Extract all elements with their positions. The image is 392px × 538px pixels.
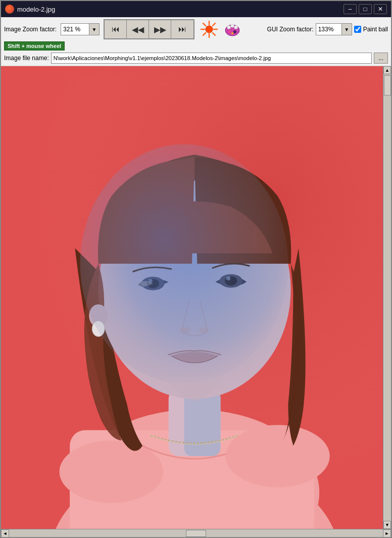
svg-point-12 — [234, 26, 238, 29]
scroll-up-button[interactable]: ▲ — [383, 66, 391, 74]
gui-zoom-input[interactable] — [316, 24, 341, 35]
image-zoom-input[interactable] — [61, 24, 89, 35]
close-button[interactable]: ✕ — [374, 4, 387, 14]
svg-point-40 — [80, 144, 288, 383]
main-window: modelo-2.jpg – □ ✕ Image Zoom factor: ▼ … — [0, 0, 392, 538]
toolbar: Image Zoom factor: ▼ ⏮ ◀◀ ▶▶ ⏭ — [1, 17, 391, 66]
toolbar-row-1: Image Zoom factor: ▼ ⏮ ◀◀ ▶▶ ⏭ — [4, 19, 388, 39]
vertical-scroll-thumb[interactable] — [384, 75, 391, 95]
vertical-scroll-track[interactable] — [383, 74, 391, 521]
shift-hint-label: Shift + mouse wheel — [4, 41, 65, 51]
gui-zoom-dropdown-button[interactable]: ▼ — [341, 24, 352, 35]
horizontal-scroll-thumb[interactable] — [186, 530, 206, 537]
svg-point-24 — [60, 441, 164, 503]
portrait-image — [1, 66, 383, 529]
window-title: modelo-2.jpg — [17, 6, 344, 13]
filename-input[interactable] — [51, 53, 372, 64]
image-scroll-area: ▲ ▼ — [1, 66, 391, 529]
gui-zoom-label: GUI Zoom factor: — [267, 26, 314, 33]
svg-point-10 — [227, 26, 231, 29]
minimize-button[interactable]: – — [344, 4, 357, 14]
svg-point-11 — [231, 24, 234, 28]
svg-point-14 — [229, 31, 231, 33]
horizontal-scroll-track[interactable] — [9, 529, 383, 537]
image-zoom-control: ▼ — [61, 23, 100, 35]
scroll-down-button[interactable]: ▼ — [383, 521, 391, 529]
next-image-button[interactable]: ▶▶ — [149, 20, 171, 38]
svg-line-5 — [203, 23, 206, 26]
title-bar: modelo-2.jpg – □ ✕ — [1, 1, 391, 17]
horizontal-scrollbar: ◄ ► — [1, 529, 391, 537]
svg-line-6 — [213, 33, 215, 35]
svg-point-13 — [233, 30, 236, 33]
paint-palette-icon[interactable] — [222, 20, 243, 39]
maximize-button[interactable]: □ — [359, 4, 372, 14]
image-zoom-dropdown-button[interactable]: ▼ — [89, 24, 99, 35]
svg-point-25 — [226, 425, 330, 487]
last-image-button[interactable]: ⏭ — [171, 20, 193, 38]
browse-button[interactable]: ... — [374, 53, 388, 64]
paint-ball-checkbox-group: Paint ball — [354, 26, 388, 33]
shift-hint-container: Shift + mouse wheel — [4, 41, 388, 51]
filename-label: Image file name: — [4, 55, 49, 62]
effect-icons — [199, 20, 243, 39]
image-zoom-label: Image Zoom factor: — [4, 26, 57, 33]
scroll-right-button[interactable]: ► — [383, 529, 391, 537]
app-icon — [5, 5, 14, 14]
image-area-container: ▲ ▼ ◄ ► — [1, 66, 391, 537]
scroll-left-button[interactable]: ◄ — [1, 529, 9, 537]
window-controls: – □ ✕ — [344, 4, 387, 14]
navigation-buttons: ⏮ ◀◀ ▶▶ ⏭ — [104, 19, 194, 39]
svg-point-0 — [206, 26, 213, 33]
svg-point-15 — [231, 32, 233, 34]
prev-image-button[interactable]: ◀◀ — [127, 20, 149, 38]
gui-zoom-group: GUI Zoom factor: ▼ Paint ball — [267, 23, 388, 35]
gui-zoom-control: ▼ — [316, 23, 352, 35]
vertical-scrollbar: ▲ ▼ — [383, 66, 391, 529]
paint-ball-checkbox[interactable] — [354, 26, 361, 33]
svg-line-8 — [203, 33, 206, 35]
first-image-button[interactable]: ⏮ — [105, 20, 127, 38]
sun-effect-icon[interactable] — [199, 20, 220, 39]
svg-line-7 — [213, 23, 215, 26]
paint-ball-label[interactable]: Paint ball — [363, 26, 388, 33]
toolbar-row-2: Image file name: ... — [4, 53, 388, 64]
photo-display — [1, 66, 383, 529]
